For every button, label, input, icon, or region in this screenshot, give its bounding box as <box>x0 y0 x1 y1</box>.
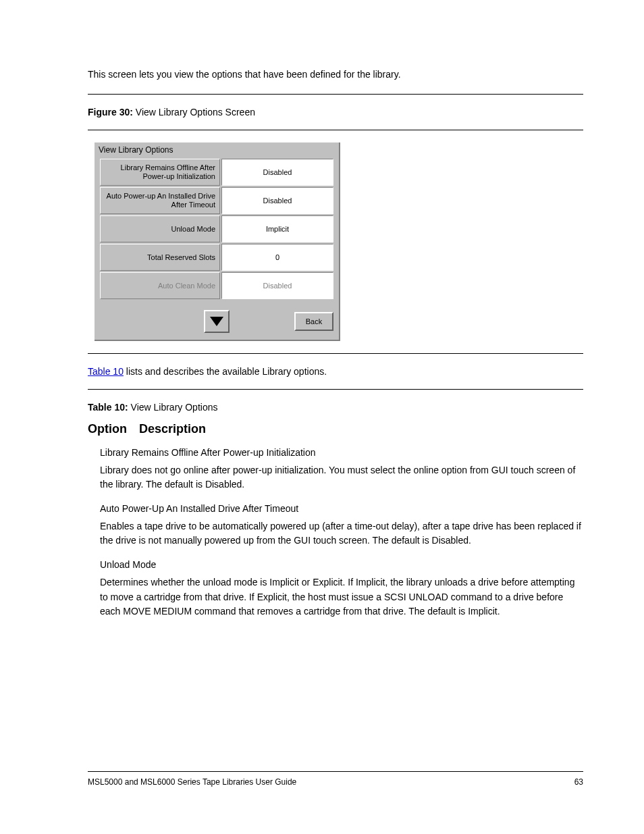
option-value: Disabled <box>221 159 333 186</box>
dialog-title: View Library Options <box>95 142 339 159</box>
option-row: Unload Mode Implicit <box>100 215 333 242</box>
divider <box>88 771 583 772</box>
table-prefix: Table 10: <box>88 402 131 413</box>
option-label: Library Remains Offline After Power-up I… <box>100 159 220 186</box>
divider <box>88 130 583 130</box>
svg-marker-0 <box>210 317 223 326</box>
table-heading: Table 10: View Library Options <box>88 402 583 413</box>
option-name: Unload Mode <box>100 558 583 573</box>
table-reference-line: Table 10 lists and describes the availab… <box>88 366 583 377</box>
table-link-after: lists and describes the available Librar… <box>124 366 327 377</box>
page-footer: MSL5000 and MSL6000 Series Tape Librarie… <box>0 759 644 787</box>
figure-heading: Figure 30: View Library Options Screen <box>88 107 583 118</box>
library-options-dialog: View Library Options Library Remains Off… <box>95 142 340 341</box>
option-label: Auto Power-up An Installed Drive After T… <box>100 187 220 214</box>
chevron-down-icon <box>210 317 223 326</box>
option-name: Library Remains Offline After Power-up I… <box>100 446 583 461</box>
option-row-disabled: Auto Clean Mode Disabled <box>100 272 333 299</box>
footer-left: MSL5000 and MSL6000 Series Tape Librarie… <box>88 777 296 787</box>
figure-title: View Library Options Screen <box>136 107 255 118</box>
option-value: Disabled <box>221 187 333 214</box>
option-row: Library Remains Offline After Power-up I… <box>100 159 333 186</box>
option-description: Library does not go online after power-u… <box>100 463 583 492</box>
option-label: Total Reserved Slots <box>100 244 220 271</box>
option-value: 0 <box>221 244 333 271</box>
divider <box>88 353 583 354</box>
intro-paragraph: This screen lets you view the options th… <box>88 68 583 82</box>
option-name: Auto Power-Up An Installed Drive After T… <box>100 502 583 517</box>
footer-page-number: 63 <box>574 777 583 787</box>
option-value: Disabled <box>221 272 333 299</box>
options-list: Library Remains Offline After Power-up I… <box>88 446 583 619</box>
divider <box>88 94 583 95</box>
back-button[interactable]: Back <box>294 312 333 331</box>
scroll-down-button[interactable] <box>204 310 230 333</box>
option-label: Unload Mode <box>100 215 220 242</box>
options-columns-heading: Option Description <box>88 422 583 436</box>
option-row: Total Reserved Slots 0 <box>100 244 333 271</box>
option-description: Determines whether the unload mode is Im… <box>100 575 583 619</box>
table-link[interactable]: Table 10 <box>88 366 124 377</box>
option-value: Implicit <box>221 215 333 242</box>
dialog-body: Library Remains Offline After Power-up I… <box>95 159 339 305</box>
figure-prefix: Figure 30: <box>88 107 136 118</box>
option-row: Auto Power-up An Installed Drive After T… <box>100 187 333 214</box>
dialog-footer: Back <box>95 305 339 340</box>
option-description: Enables a tape drive to be automatically… <box>100 519 583 548</box>
divider <box>88 389 583 390</box>
table-title: View Library Options <box>131 402 218 413</box>
option-label: Auto Clean Mode <box>100 272 220 299</box>
